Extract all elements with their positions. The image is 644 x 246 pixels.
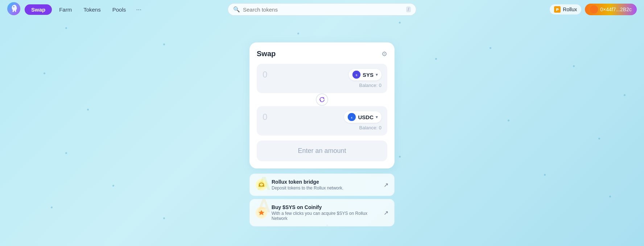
coinify-card-subtitle: With a few clicks you can acquire $SYS o…: [272, 211, 384, 221]
rollux-icon: [554, 6, 561, 13]
usdc-token-icon: $: [348, 113, 356, 121]
search-bar: 🔍 /: [228, 3, 416, 16]
navbar: Swap Farm Tokens Pools ··· 🔍 / Rollux: [0, 0, 644, 19]
from-token-name: SYS: [363, 72, 373, 78]
bridge-card-text: Rollux token bridge Deposit tokens to th…: [272, 179, 343, 191]
swap-rotate-button[interactable]: [316, 93, 328, 106]
from-token-top: 0 S: [263, 69, 381, 80]
token-boxes: 0 S: [257, 64, 387, 135]
swap-card-header: Swap ⚙: [257, 50, 387, 58]
bridge-card-left: Rollux token bridge Deposit tokens to th…: [256, 179, 343, 191]
to-token-balance: Balance: 0: [263, 125, 381, 130]
settings-icon[interactable]: ⚙: [381, 50, 387, 58]
logo: [7, 2, 22, 17]
swap-nav-button[interactable]: Swap: [25, 4, 52, 15]
coinify-card-title: Buy $SYS on Coinify: [272, 204, 384, 210]
coinify-card-text: Buy $SYS on Coinify With a few clicks yo…: [272, 204, 384, 221]
from-token-balance: Balance: 0: [263, 83, 381, 88]
tokens-nav-link[interactable]: Tokens: [79, 4, 105, 15]
from-token-amount[interactable]: 0: [263, 70, 267, 80]
main-content: Swap ⚙ 0: [0, 19, 644, 246]
bridge-card-title: Rollux token bridge: [272, 179, 343, 185]
from-token-box: 0 S: [257, 64, 387, 93]
svg-rect-11: [263, 185, 263, 186]
svg-text:S: S: [356, 74, 358, 76]
coinify-card-icon: [256, 207, 267, 218]
to-token-name: USDC: [358, 114, 373, 120]
bridge-info-card[interactable]: A Rollux token bridge Deposit tokens to …: [249, 174, 395, 196]
svg-rect-9: [259, 186, 264, 187]
sys-token-icon: S: [352, 71, 360, 79]
svg-point-3: [590, 5, 598, 13]
from-token-selector[interactable]: S SYS ▾: [349, 69, 381, 80]
coinify-info-card[interactable]: A Buy $SYS on Coinify With a few clicks …: [249, 199, 395, 226]
swap-card-title: Swap: [257, 50, 276, 58]
svg-point-1: [13, 6, 15, 8]
info-cards: A Rollux token bridge Deposit tokens to …: [249, 174, 395, 226]
svg-rect-10: [260, 185, 260, 186]
coinify-external-link-icon: ↗: [384, 209, 388, 216]
bridge-card-icon: [256, 179, 267, 191]
farm-nav-link[interactable]: Farm: [55, 4, 76, 15]
search-icon: 🔍: [233, 6, 240, 13]
bridge-card-subtitle: Deposit tokens to the Rollux network.: [272, 185, 343, 191]
nav-right: Rollux 0×44f7...2B2c: [550, 4, 637, 15]
search-input[interactable]: [243, 7, 403, 13]
wallet-button[interactable]: 0×44f7...2B2c: [585, 4, 637, 15]
to-token-amount[interactable]: 0: [263, 112, 267, 122]
to-token-selector[interactable]: $ USDC ▾: [344, 111, 381, 123]
to-token-box: 0 $: [257, 106, 387, 135]
wallet-address: 0×44f7...2B2c: [600, 7, 632, 12]
to-token-top: 0 $: [263, 111, 381, 123]
pools-nav-link[interactable]: Pools: [108, 4, 131, 15]
wallet-avatar: [590, 5, 598, 13]
swap-divider: [257, 93, 387, 106]
rollux-label: Rollux: [563, 7, 577, 12]
search-slash: /: [406, 7, 411, 12]
coinify-card-left: Buy $SYS on Coinify With a few clicks yo…: [256, 204, 384, 221]
more-nav-button[interactable]: ···: [133, 4, 144, 15]
enter-amount-button[interactable]: Enter an amount: [257, 141, 387, 161]
rollux-network-badge[interactable]: Rollux: [550, 4, 581, 14]
from-token-chevron: ▾: [376, 72, 378, 77]
swap-card: Swap ⚙ 0: [249, 42, 395, 168]
to-token-chevron: ▾: [376, 114, 378, 120]
bridge-external-link-icon: ↗: [384, 182, 388, 188]
